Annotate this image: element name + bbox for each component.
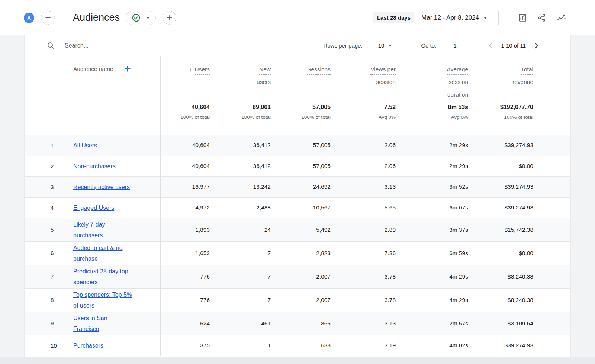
search-input[interactable]: [64, 42, 324, 49]
audience-link[interactable]: Likely 7-day purchasers: [73, 219, 134, 241]
previous-page-button[interactable]: [486, 41, 495, 50]
cell-avg-session-duration: 4m 29s: [396, 288, 468, 312]
cell-views-per-session: 3.13: [331, 312, 396, 335]
column-header-avg-session-duration[interactable]: Averagesessionduration: [396, 56, 468, 104]
insights-button[interactable]: [556, 13, 566, 23]
total-value: 89,061: [210, 104, 271, 111]
total-subtext: 100% of total: [468, 114, 533, 120]
cell-sessions: 638: [271, 335, 331, 356]
audience-link[interactable]: Added to cart & no purchase: [73, 243, 134, 264]
row-index: 5: [25, 218, 65, 241]
cell-views-per-session: 2.06: [331, 135, 396, 156]
row-index: 9: [25, 312, 65, 335]
cell-sessions: 2,007: [271, 288, 331, 312]
pagination-range: 1-10 of 11: [501, 42, 526, 49]
cell-users: 776: [160, 265, 210, 288]
cell-views-per-session: 3.78: [331, 288, 396, 312]
cell-views-per-session: 7.36: [331, 241, 396, 265]
cell-sessions: 866: [271, 312, 331, 335]
insights-icon: [556, 13, 566, 23]
cell-views-per-session: 3.78: [331, 265, 396, 288]
audience-link[interactable]: Non-purchasers: [73, 161, 116, 172]
divider: [498, 11, 499, 25]
total-subtext: 100% of total: [161, 114, 210, 120]
column-header-total-revenue[interactable]: Totalrevenue: [468, 56, 570, 104]
cell-new-users: 7: [210, 241, 271, 265]
column-header-text: Total: [521, 66, 533, 75]
total-subtext: 100% of total: [271, 114, 331, 120]
audience-name-header-text: Audience name: [73, 66, 113, 72]
cell-total-revenue: $15,742.38: [468, 218, 570, 241]
total-views-per-session: 7.52Avg 0%: [331, 104, 396, 135]
add-comparison-button[interactable]: [41, 11, 55, 25]
row-index: 4: [25, 197, 65, 218]
cell-avg-session-duration: 2m 57s: [396, 312, 468, 335]
cell-total-revenue: $0.00: [468, 156, 570, 176]
cell-new-users: 36,412: [210, 135, 271, 156]
cell-users: 1,893: [160, 218, 210, 241]
row-index: 10: [25, 335, 65, 356]
audiences-table: Audience name ↓UsersNewusersSessionsView…: [25, 56, 570, 356]
cell-new-users: 1: [210, 335, 271, 356]
audience-link[interactable]: Recently active users: [73, 182, 130, 192]
column-header-new-users[interactable]: Newusers: [210, 56, 271, 104]
goto-label: Go to:: [421, 42, 436, 49]
date-range-selector[interactable]: Mar 12 - Apr 8, 2024: [419, 14, 489, 22]
audience-link[interactable]: Engaged Users: [73, 202, 114, 213]
total-subtext: Avg 0%: [331, 114, 396, 120]
cell-total-revenue: $8,240.38: [468, 288, 570, 312]
cell-new-users: 2,488: [210, 197, 271, 218]
goto-page-input[interactable]: 1: [453, 42, 456, 49]
audience-link[interactable]: Predicted 28-day top spenders: [73, 266, 134, 287]
cell-total-revenue: $3,109.64: [468, 312, 570, 335]
cell-views-per-session: 5.65: [331, 197, 396, 218]
chevron-down-icon: [146, 17, 150, 19]
chevron-right-icon: [532, 41, 541, 50]
column-header-text: session: [448, 78, 468, 87]
audience-link[interactable]: Top spenders: Top 5% of users: [73, 289, 134, 311]
row-index: 7: [25, 265, 65, 288]
cell-new-users: 461: [210, 312, 271, 335]
cell-views-per-session: 3.13: [331, 176, 396, 197]
cell-users: 40,604: [160, 156, 210, 176]
audience-link[interactable]: Purchasers: [73, 340, 103, 351]
cell-total-revenue: $0.00: [468, 241, 570, 265]
report-status-dropdown[interactable]: [126, 11, 156, 25]
report-card: Rows per page: 10 Go to: 1 1-10 of 11: [24, 35, 571, 357]
cell-avg-session-duration: 2m 29s: [396, 156, 468, 176]
audience-name-cell: Engaged Users: [65, 197, 160, 218]
add-report-button[interactable]: [163, 11, 176, 25]
total-sessions: 57,005100% of total: [271, 104, 331, 135]
column-header-sessions[interactable]: Sessions: [271, 56, 331, 104]
audience-link[interactable]: Users in San Francisco: [73, 313, 134, 334]
audience-name-cell: Top spenders: Top 5% of users: [65, 288, 160, 312]
plus-icon: [45, 14, 51, 21]
share-button[interactable]: [537, 13, 546, 22]
rows-per-page-select[interactable]: 10: [376, 42, 395, 49]
cell-avg-session-duration: 4m 29s: [396, 265, 468, 288]
table-row: 2Non-purchasers40,60436,41257,0052.062m …: [25, 156, 570, 176]
rows-per-page-label: Rows per page:: [324, 42, 363, 49]
cell-new-users: 7: [210, 288, 271, 312]
column-header-text: users: [257, 78, 271, 87]
edit-report-button[interactable]: [518, 13, 527, 23]
cell-views-per-session: 3.19: [331, 335, 396, 356]
audience-link[interactable]: All Users: [73, 140, 97, 151]
total-users: 40,604100% of total: [160, 104, 210, 135]
audience-name-cell: All Users: [65, 135, 160, 156]
next-page-button[interactable]: [532, 41, 541, 50]
top-header-bar: A Audiences Last 28 days: [0, 0, 595, 35]
avatar[interactable]: A: [24, 13, 34, 23]
share-icon: [537, 13, 546, 22]
sort-descending-icon: ↓: [189, 66, 192, 73]
cell-total-revenue: $39,274.93: [468, 135, 570, 156]
check-circle-icon: [132, 13, 141, 22]
cell-new-users: 36,412: [210, 156, 271, 176]
table-row: 4Engaged Users4,9722,48810,5675.656m 07s…: [25, 197, 570, 218]
column-header-views-per-session[interactable]: Views persession: [331, 56, 396, 104]
add-dimension-button[interactable]: [124, 65, 131, 72]
column-header-users[interactable]: ↓Users: [160, 56, 210, 104]
cell-users: 776: [160, 288, 210, 312]
audience-name-cell: Likely 7-day purchasers: [65, 218, 160, 241]
cell-new-users: 7: [210, 265, 271, 288]
